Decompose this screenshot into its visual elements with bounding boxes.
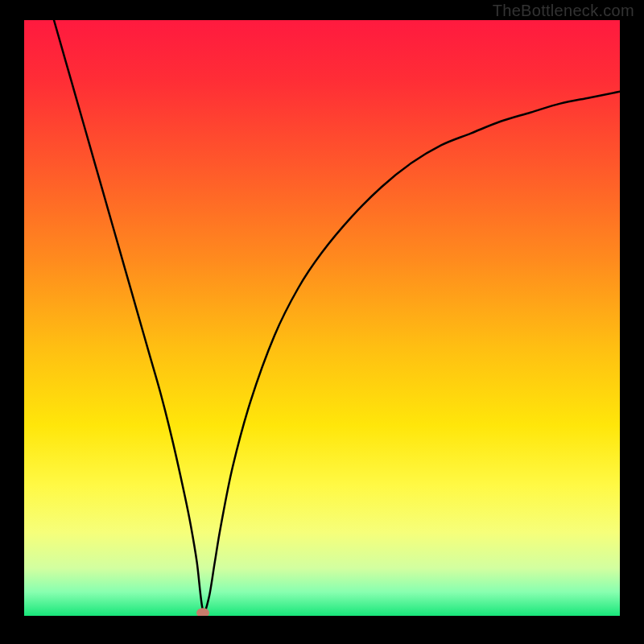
watermark-text: TheBottleneck.com — [493, 2, 634, 20]
plot-area — [24, 20, 620, 616]
chart-frame: TheBottleneck.com — [0, 0, 644, 644]
chart-svg — [24, 20, 620, 616]
gradient-background — [24, 20, 620, 616]
